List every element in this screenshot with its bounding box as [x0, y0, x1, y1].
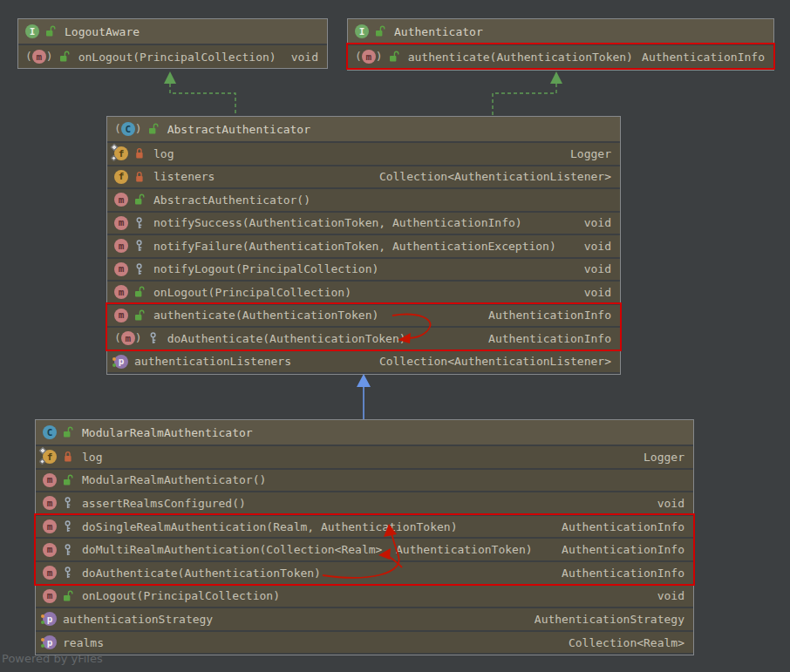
diagram-canvas[interactable]: ILogoutAware(m)onLogout(PrincipalCollect… [0, 0, 790, 672]
class-header[interactable]: (C)AbstractAuthenticator [107, 117, 620, 141]
abstract-method-icon: (m) [25, 50, 53, 64]
member-label: assertRealmsConfigured() [82, 497, 246, 510]
method-icon: m [114, 285, 128, 299]
interface-icon: I [355, 24, 369, 38]
member-row[interactable]: flogLogger [36, 446, 693, 468]
extends-edge-modularrealm [357, 374, 371, 419]
class-box-authenticator[interactable]: IAuthenticator(m)authenticate(Authentica… [347, 18, 774, 71]
class-icon: C [43, 425, 57, 439]
member-row[interactable]: monLogout(PrincipalCollection)void [36, 586, 693, 608]
method-icon: m [114, 309, 128, 322]
protected-icon [63, 544, 73, 556]
member-label: log [82, 451, 102, 464]
method-icon: m [43, 566, 57, 580]
member-row[interactable]: flistenersCollection<AuthenticationListe… [107, 166, 620, 188]
private-icon [134, 171, 145, 183]
member-row[interactable]: (m)doAuthenticate(AuthenticationToken)Au… [107, 328, 620, 350]
property-icon: p [43, 612, 57, 626]
class-title: ModularRealmAuthenticator [82, 426, 253, 439]
member-type: void [584, 262, 611, 275]
public-icon [134, 286, 145, 298]
public-icon [59, 51, 70, 63]
method-icon: m [43, 519, 57, 533]
member-type: Logger [570, 147, 611, 160]
member-type: void [657, 589, 684, 602]
member-type: Collection<AuthenticationListener> [379, 170, 611, 183]
member-label: log [153, 147, 174, 160]
member-label: doSingleRealmAuthentication(Realm, Authe… [82, 520, 457, 533]
member-label: ModularRealmAuthenticator() [82, 473, 266, 486]
class-box-logoutaware[interactable]: ILogoutAware(m)onLogout(PrincipalCollect… [17, 18, 328, 69]
member-row[interactable]: monLogout(PrincipalCollection)void [107, 282, 620, 303]
public-icon [134, 309, 145, 322]
member-row[interactable]: prealmsCollection<Realm> [36, 632, 693, 654]
member-label: doAuthenticate(AuthenticationToken) [167, 332, 406, 345]
member-label: listeners [153, 170, 215, 183]
method-icon: m [43, 543, 57, 557]
public-icon [148, 123, 159, 135]
member-type: AuthenticationInfo [488, 332, 611, 345]
member-row[interactable]: pauthenticationListenersCollection<Authe… [107, 351, 620, 373]
property-icon: p [114, 355, 128, 369]
class-header[interactable]: ILogoutAware [18, 19, 327, 44]
member-type: void [584, 286, 611, 299]
class-title: LogoutAware [65, 25, 140, 38]
method-icon: m [114, 216, 128, 230]
class-title: Authenticator [394, 25, 483, 38]
member-row[interactable]: mdoMultiRealmAuthentication(Collection<R… [36, 539, 693, 560]
member-type: Collection<Realm> [569, 636, 684, 649]
field-static-final-icon: f [43, 450, 57, 464]
member-label: authenticationListeners [134, 355, 291, 368]
member-type: Collection<AuthenticationListener> [379, 355, 611, 368]
public-icon [45, 25, 56, 37]
member-label: AbstractAuthenticator() [153, 193, 310, 207]
field-icon: f [114, 170, 128, 184]
abstract-class-icon: (C) [114, 122, 142, 136]
member-row[interactable]: mModularRealmAuthenticator() [36, 470, 693, 492]
public-icon [389, 51, 399, 63]
member-type: AuthenticationInfo [562, 520, 684, 533]
member-row[interactable]: mdoAuthenticate(AuthenticationToken)Auth… [36, 562, 693, 584]
protected-icon [134, 217, 145, 229]
member-row[interactable]: mAbstractAuthenticator() [107, 189, 620, 211]
abstract-method-icon: (m) [114, 331, 142, 345]
member-row[interactable]: massertRealmsConfigured()void [36, 492, 693, 514]
class-box-modularrealmauthenticator[interactable]: CModularRealmAuthenticatorflogLoggermMod… [35, 419, 694, 655]
member-label: authenticate(AuthenticationToken) [153, 309, 378, 322]
method-icon: m [114, 262, 128, 276]
interface-icon: I [25, 24, 39, 38]
public-icon [375, 25, 385, 37]
member-row[interactable]: mnotifySuccess(AuthenticationToken, Auth… [107, 213, 620, 234]
member-type: void [584, 240, 611, 253]
member-row[interactable]: flogLogger [107, 143, 620, 165]
method-icon: m [114, 193, 128, 207]
member-label: authenticate(AuthenticationToken) [408, 51, 633, 64]
member-label: realms [63, 636, 104, 649]
method-icon: m [43, 473, 57, 487]
member-row[interactable]: mdoSingleRealmAuthentication(Realm, Auth… [36, 516, 693, 538]
method-icon: m [43, 589, 57, 603]
member-row[interactable]: (m)authenticate(AuthenticationToken)Auth… [348, 45, 773, 68]
protected-icon [63, 497, 73, 509]
member-label: authenticationStrategy [63, 613, 213, 626]
method-icon: m [114, 239, 128, 253]
member-type: AuthenticationStrategy [535, 613, 684, 626]
class-title: AbstractAuthenticator [167, 123, 310, 136]
member-label: onLogout(PrincipalCollection) [78, 51, 276, 64]
class-header[interactable]: IAuthenticator [348, 19, 773, 44]
member-row[interactable]: mnotifyFailure(AuthenticationToken, Auth… [107, 235, 620, 257]
member-row[interactable]: mauthenticate(AuthenticationToken)Authen… [107, 305, 620, 327]
public-icon [134, 193, 145, 206]
class-header[interactable]: CModularRealmAuthenticator [36, 420, 693, 445]
implements-edge-logoutaware [164, 71, 235, 116]
member-row[interactable]: pauthenticationStrategyAuthenticationStr… [36, 608, 693, 630]
member-type: Logger [644, 451, 684, 464]
property-icon: p [43, 635, 57, 649]
member-type: AuthenticationInfo [562, 567, 684, 580]
class-box-abstractauthenticator[interactable]: (C)AbstractAuthenticatorflogLoggerfliste… [106, 116, 621, 375]
member-row[interactable]: (m)onLogout(PrincipalCollection)void [18, 45, 327, 68]
member-row[interactable]: mnotifyLogout(PrincipalCollection)void [107, 259, 620, 281]
implements-edge-authenticator [493, 71, 562, 116]
member-label: notifySuccess(AuthenticationToken, Authe… [153, 216, 522, 229]
protected-icon [134, 240, 145, 252]
